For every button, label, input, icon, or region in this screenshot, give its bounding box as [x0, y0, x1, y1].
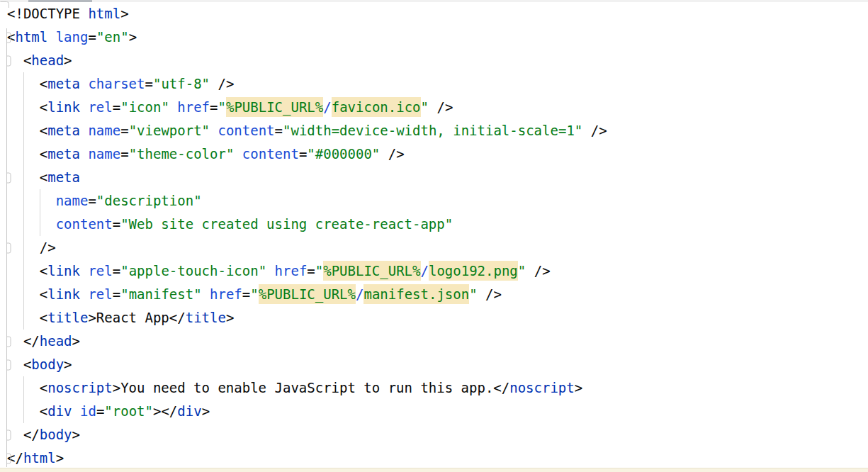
code-token: > [72, 333, 80, 349]
code-line-6: <meta name="viewport" content="width=dev… [0, 119, 868, 142]
code-token: "Web site created using create-react-app… [120, 216, 453, 232]
code-token [80, 76, 88, 91]
code-token: meta [47, 76, 80, 91]
highlighted-fragment: manifest.json [363, 284, 469, 304]
code-token: " [250, 286, 258, 302]
code-token [80, 99, 88, 115]
code-token: < [7, 310, 47, 325]
code-token: meta [47, 146, 80, 162]
code-token: name [56, 193, 89, 208]
code-token: < [7, 169, 47, 185]
highlighted-fragment: %PUBLIC_URL% [226, 97, 323, 117]
code-token: href [177, 99, 210, 115]
code-line-13: <link rel="manifest" href="%PUBLIC_URL%/… [0, 283, 868, 306]
code-token: "utf-8" [153, 76, 210, 91]
code-token: > [575, 380, 582, 395]
code-token: = [242, 286, 250, 302]
code-token: / [356, 286, 363, 302]
code-line-17: <noscript>You need to enable JavaScript … [0, 376, 868, 400]
code-token: "manifest" [120, 286, 201, 302]
code-token: > [120, 6, 128, 21]
code-token: /> [210, 76, 234, 91]
code-token: <!DOCTYPE [7, 6, 88, 21]
code-token: noscript [509, 380, 575, 395]
code-line-20: </html> [0, 446, 868, 470]
code-token: head [40, 333, 72, 349]
code-token: link [47, 99, 80, 115]
code-token [47, 29, 55, 45]
code-token: < [7, 146, 47, 162]
code-token: >You need to enable JavaScript to run th… [113, 380, 510, 395]
code-line-14: <title>React App</title> [0, 306, 868, 330]
code-token: content [242, 146, 299, 162]
code-token: content [56, 216, 113, 232]
code-token: > [64, 356, 72, 372]
code-token: = [120, 123, 128, 138]
code-token: < [7, 123, 47, 138]
code-token: /> [478, 286, 502, 302]
code-token: = [88, 29, 96, 45]
code-token: link [47, 263, 80, 279]
code-line-18: <div id="root"></div> [0, 400, 868, 423]
code-token: "viewport" [129, 123, 210, 138]
code-token: "description" [96, 193, 202, 208]
code-line-16: <body> [0, 353, 868, 376]
code-line-7: <meta name="theme-color" content="#00000… [0, 142, 868, 166]
code-token: < [7, 76, 47, 91]
code-token: "width=device-width, initial-scale=1" [283, 123, 582, 138]
code-token [80, 146, 88, 162]
code-token: body [40, 427, 72, 442]
code-token: div [177, 403, 201, 419]
code-token: "icon" [120, 99, 169, 115]
code-token: > [56, 450, 64, 466]
code-token [7, 193, 56, 208]
code-token: rel [88, 263, 112, 279]
highlighted-fragment: logo192.png [429, 261, 518, 281]
bottom-panel-edge [0, 468, 868, 472]
highlighted-fragment: favicon.ico [332, 97, 421, 117]
code-token: title [47, 310, 88, 325]
code-line-5: <link rel="icon" href="%PUBLIC_URL%/favi… [0, 96, 868, 119]
code-token: = [299, 146, 307, 162]
code-line-2: <html lang="en"> [0, 26, 868, 49]
code-token: " [421, 99, 429, 115]
code-token: = [145, 76, 153, 91]
code-token: head [31, 52, 64, 68]
code-token: name [88, 123, 120, 138]
code-token [234, 146, 242, 162]
code-token: " [218, 99, 226, 115]
code-token: " [315, 263, 323, 279]
code-token: = [113, 263, 120, 279]
code-token: = [113, 216, 120, 232]
code-token [80, 263, 88, 279]
code-token: = [307, 263, 315, 279]
code-token: body [31, 356, 64, 372]
code-token: meta [47, 169, 80, 185]
code-token: > [64, 52, 72, 68]
code-token: noscript [47, 380, 113, 395]
code-line-10: content="Web site created using create-r… [0, 213, 868, 236]
code-line-1: <!DOCTYPE html> [0, 2, 868, 26]
code-token: = [120, 146, 128, 162]
code-token: = [88, 193, 96, 208]
code-token: "theme-color" [129, 146, 235, 162]
code-token: > [72, 427, 80, 442]
fold-gutter[interactable] [0, 0, 11, 472]
code-line-3: <head> [0, 49, 868, 72]
code-token: html [15, 29, 47, 45]
code-token: lang [56, 29, 89, 45]
code-token: /> [429, 99, 453, 115]
code-token [169, 99, 177, 115]
code-token: href [210, 286, 242, 302]
code-token: link [47, 286, 80, 302]
code-token [210, 123, 218, 138]
code-token: = [210, 99, 218, 115]
code-token: >React App</ [88, 310, 185, 325]
code-lines: <!DOCTYPE html><html lang="en"> <head> <… [0, 2, 868, 470]
code-editor[interactable]: <!DOCTYPE html><html lang="en"> <head> <… [0, 0, 868, 472]
code-token [202, 286, 210, 302]
fold-marks [1, 2, 11, 468]
highlighted-fragment: %PUBLIC_URL% [259, 284, 356, 304]
code-token: /> [582, 123, 607, 138]
code-token: > [202, 403, 210, 419]
